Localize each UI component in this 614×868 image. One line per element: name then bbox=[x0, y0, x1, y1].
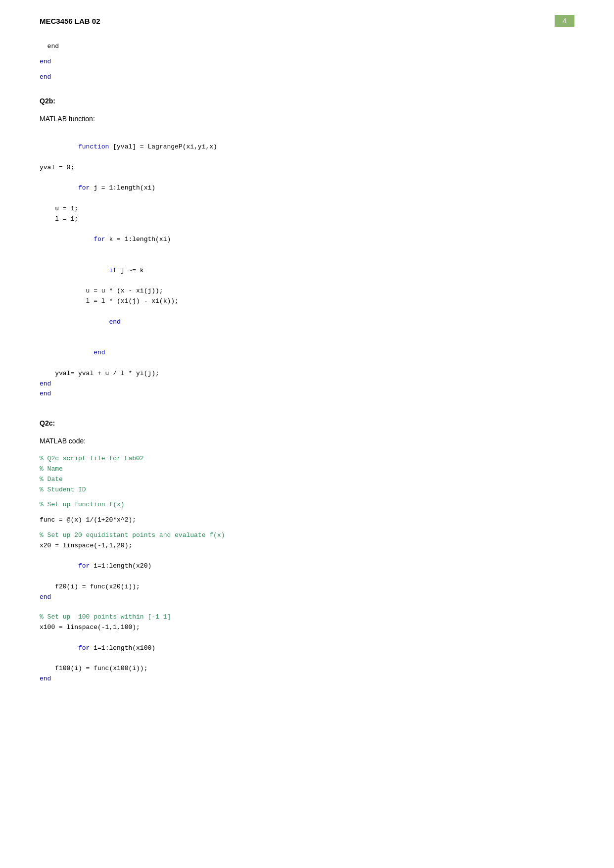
code-line: end bbox=[40, 338, 574, 368]
q2b-label: Q2b: bbox=[40, 97, 574, 105]
code-line: f100(i) = func(x100(i)); bbox=[40, 664, 574, 674]
code-line: end bbox=[40, 592, 574, 603]
header: MEC3456 LAB 02 4 bbox=[40, 15, 574, 27]
code-line: for i=1:length(x100) bbox=[40, 633, 574, 664]
code-line: u = 1; bbox=[40, 204, 574, 214]
code-line: l = l * (xi(j) - xi(k)); bbox=[40, 296, 574, 307]
code-line: % Set up 20 equidistant points and evalu… bbox=[40, 530, 574, 541]
code-line: for j = 1:length(xi) bbox=[40, 173, 574, 204]
code-line: l = 1; bbox=[40, 214, 574, 225]
code-line: % Student ID bbox=[40, 485, 574, 495]
code-line: % Set up 100 points within [-1 1] bbox=[40, 612, 574, 623]
code-line: x100 = linspace(-1,1,100); bbox=[40, 623, 574, 633]
top-code-block: end end end bbox=[40, 42, 574, 82]
code-line: end bbox=[40, 72, 574, 83]
code-line: if j ~= k bbox=[40, 255, 574, 286]
code-line: function [yval] = LagrangeP(xi,yi,x) bbox=[40, 132, 574, 162]
code-line: yval= yval + u / l * yi(j); bbox=[40, 369, 574, 379]
code-line: yval = 0; bbox=[40, 163, 574, 173]
code-line: % Q2c script file for Lab02 bbox=[40, 454, 574, 464]
code-line: % Name bbox=[40, 464, 574, 475]
page-number: 4 bbox=[555, 15, 574, 27]
code-line: u = u * (x - xi(j)); bbox=[40, 286, 574, 296]
document-title: MEC3456 LAB 02 bbox=[40, 17, 100, 25]
q2b-section: Q2b: MATLAB function: function [yval] = … bbox=[40, 97, 574, 399]
q2b-code: function [yval] = LagrangeP(xi,yi,x) yva… bbox=[40, 132, 574, 399]
code-line: for i=1:length(x20) bbox=[40, 551, 574, 581]
code-line: end bbox=[40, 389, 574, 399]
page-content: end end end Q2b: MATLAB function: functi… bbox=[40, 42, 574, 684]
code-line: func = @(x) 1/(1+20*x^2); bbox=[40, 515, 574, 526]
code-line: end bbox=[40, 42, 574, 52]
code-line: f20(i) = func(x20(i)); bbox=[40, 582, 574, 592]
code-line: end bbox=[40, 379, 574, 389]
code-line: x20 = linspace(-1,1,20); bbox=[40, 541, 574, 551]
code-line: end bbox=[40, 307, 574, 338]
page: MEC3456 LAB 02 4 end end end Q2b: MATLAB… bbox=[0, 0, 614, 868]
code-line: end bbox=[40, 57, 574, 67]
q2c-desc: MATLAB code: bbox=[40, 437, 574, 445]
q2c-code: % Q2c script file for Lab02 % Name % Dat… bbox=[40, 454, 574, 684]
code-line: % Date bbox=[40, 475, 574, 485]
code-line: for k = 1:length(xi) bbox=[40, 225, 574, 255]
q2b-desc: MATLAB function: bbox=[40, 115, 574, 123]
q2c-section: Q2c: MATLAB code: % Q2c script file for … bbox=[40, 419, 574, 684]
code-line: end bbox=[40, 674, 574, 684]
q2c-label: Q2c: bbox=[40, 419, 574, 427]
code-line: % Set up function f(x) bbox=[40, 500, 574, 510]
